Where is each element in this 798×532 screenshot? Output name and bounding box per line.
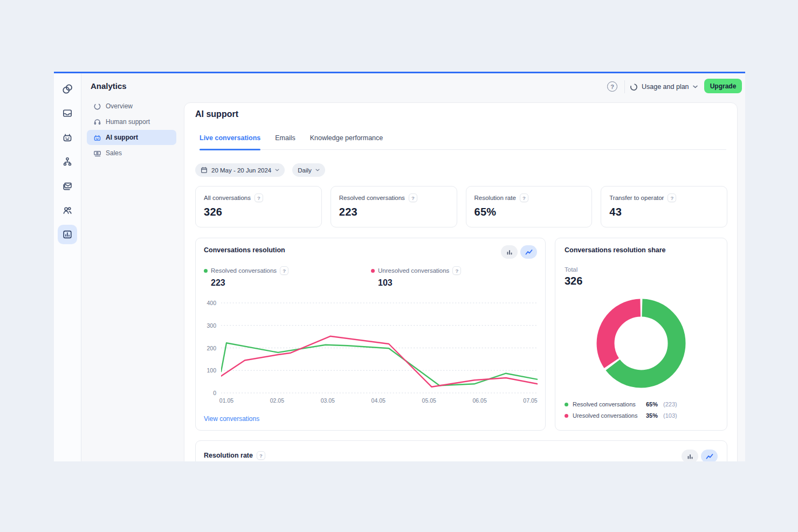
sidebar-item-ai-support[interactable]: AI support xyxy=(87,130,176,145)
date-range-value: 20 May - 20 Jun 2024 xyxy=(211,167,271,174)
card-title: Conversations resolution xyxy=(204,246,285,254)
help-badge[interactable]: ? xyxy=(520,194,528,202)
legend-count: (103) xyxy=(663,412,677,419)
granularity-select[interactable]: Daily xyxy=(292,163,325,177)
help-badge[interactable]: ? xyxy=(254,194,263,202)
card-title-text: Resolution rate xyxy=(204,452,253,459)
icon-rail xyxy=(54,73,81,461)
legend-count: (223) xyxy=(663,401,677,407)
line-chart-toggle-icon[interactable] xyxy=(520,245,537,259)
legend-dot xyxy=(371,269,375,273)
legend-resolved: Resolved conversations ? 223 xyxy=(204,266,288,288)
stat-value: 223 xyxy=(339,206,449,218)
y-axis-label: 200 xyxy=(196,344,216,352)
headset-icon xyxy=(93,118,101,126)
view-conversations-link[interactable]: View conversations xyxy=(204,415,259,423)
x-axis-label: 06.05 xyxy=(472,397,486,404)
ai-support-panel: AI support Live conversations Emails Kno… xyxy=(184,102,738,461)
help-badge[interactable]: ? xyxy=(280,266,288,275)
legend-dot xyxy=(565,403,568,406)
donut-legend-unresolved: Uresolved conversations 35% (103) xyxy=(565,412,677,419)
contacts-icon[interactable] xyxy=(56,198,80,222)
page-header-title: Analytics xyxy=(91,81,127,91)
x-axis-label: 05.05 xyxy=(422,397,436,404)
y-axis-label: 100 xyxy=(196,367,216,374)
app-window: Analytics ? Usage and plan Upgrade Overv… xyxy=(54,72,745,461)
legend-value: 223 xyxy=(211,278,288,288)
donut-legend-resolved: Resolved conversations 65% (223) xyxy=(565,401,677,407)
legend-percent: 35% xyxy=(646,412,658,419)
stat-cards-row: All conversations? 326 Resolved conversa… xyxy=(195,186,727,227)
donut-legend: Resolved conversations 65% (223) Uresolv… xyxy=(565,401,677,419)
stat-card-transfer-to-operator: Transfer to operator? 43 xyxy=(601,186,727,227)
resolution-rate-card: Resolution rate ? xyxy=(195,440,727,461)
help-badge[interactable]: ? xyxy=(257,451,265,460)
help-badge[interactable]: ? xyxy=(409,194,417,202)
total-value: 326 xyxy=(565,275,582,287)
legend-label: Uresolved conversations xyxy=(573,412,642,419)
legend-unresolved: Unresolved conversations ? 103 xyxy=(371,266,461,288)
sidebar-item-human-support[interactable]: Human support xyxy=(87,114,176,129)
chevron-down-icon xyxy=(275,169,279,171)
legend-value: 103 xyxy=(378,278,461,288)
analytics-icon[interactable] xyxy=(56,222,80,246)
y-axis-label: 300 xyxy=(196,322,216,329)
campaigns-icon[interactable] xyxy=(56,174,80,198)
usage-and-plan-menu[interactable]: Usage and plan xyxy=(630,81,698,93)
usage-gauge-icon xyxy=(630,83,638,91)
sidebar-item-sales[interactable]: Sales xyxy=(87,146,176,161)
legend-dot xyxy=(565,414,568,418)
tab-bar: Live conversations Emails Knowledge perf… xyxy=(200,134,726,150)
line-chart-toggle-icon[interactable] xyxy=(701,450,718,461)
granularity-value: Daily xyxy=(298,167,312,174)
calendar-icon xyxy=(201,167,208,174)
legend-dot xyxy=(204,269,208,273)
legend-label: Resolved conversations xyxy=(573,401,642,407)
tab-live-conversations[interactable]: Live conversations xyxy=(200,134,260,149)
chevron-down-icon xyxy=(693,85,698,88)
chart-type-toggles xyxy=(501,245,537,259)
x-axis-label: 03.05 xyxy=(321,397,335,404)
stat-label: Resolved conversations xyxy=(339,195,405,201)
stat-card-resolved-conversations: Resolved conversations? 223 xyxy=(331,186,457,227)
logo-icon[interactable] xyxy=(56,77,80,101)
x-axis-label: 04.05 xyxy=(372,397,386,404)
help-icon[interactable]: ? xyxy=(607,81,617,92)
flows-icon[interactable] xyxy=(56,149,80,174)
x-axis-labels: 01.0502.0503.0504.0505.0506.0507.05 xyxy=(221,397,538,405)
tab-emails[interactable]: Emails xyxy=(275,134,295,149)
resolution-donut-chart xyxy=(596,299,686,388)
header-divider xyxy=(624,80,625,93)
chart-type-toggles xyxy=(682,450,718,461)
filter-row: 20 May - 20 Jun 2024 Daily xyxy=(195,163,325,177)
tab-knowledge-performance[interactable]: Knowledge performance xyxy=(310,134,383,149)
banknote-icon xyxy=(93,149,101,157)
card-title: Conversations resolution share xyxy=(565,246,666,254)
usage-and-plan-label: Usage and plan xyxy=(642,83,689,91)
bar-chart-toggle-icon[interactable] xyxy=(682,450,698,461)
panel-title: AI support xyxy=(195,109,238,119)
sidebar-item-overview[interactable]: Overview xyxy=(87,99,176,114)
x-axis-label: 02.05 xyxy=(270,397,284,404)
stat-value: 43 xyxy=(609,206,719,218)
bar-chart-toggle-icon[interactable] xyxy=(501,245,518,259)
help-badge[interactable]: ? xyxy=(452,266,461,275)
stat-label: Transfer to operator xyxy=(609,195,664,201)
stat-label: Resolution rate xyxy=(474,195,516,201)
sidebar-item-label: AI support xyxy=(106,134,138,141)
legend-label: Resolved conversations xyxy=(211,267,277,274)
legend-label: Unresolved conversations xyxy=(378,267,449,274)
help-badge[interactable]: ? xyxy=(668,194,676,202)
sidebar-item-label: Human support xyxy=(106,118,150,126)
charts-row: Conversations resolution Resolved conver… xyxy=(195,238,727,431)
stat-label: All conversations xyxy=(204,195,251,201)
upgrade-button[interactable]: Upgrade xyxy=(704,79,742,93)
inbox-icon[interactable] xyxy=(56,101,80,125)
y-axis-label: 400 xyxy=(196,299,216,307)
stat-value: 65% xyxy=(474,206,584,218)
bot-icon[interactable] xyxy=(56,125,80,149)
overview-icon xyxy=(93,102,101,110)
date-range-picker[interactable]: 20 May - 20 Jun 2024 xyxy=(195,163,285,177)
legend-percent: 65% xyxy=(646,401,658,407)
card-title: Resolution rate ? xyxy=(204,451,265,460)
